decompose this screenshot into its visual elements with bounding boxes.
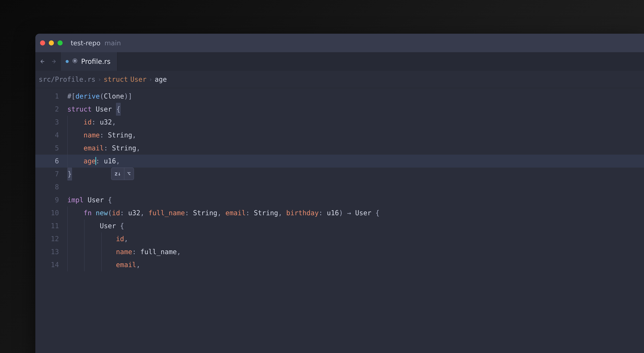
nav-back-button[interactable]	[38, 58, 46, 66]
line-number[interactable]: 11	[35, 219, 67, 232]
edit-prediction-widget[interactable]: z↓⌥	[111, 168, 134, 180]
chevron-right-icon: ›	[149, 76, 152, 83]
branch-name[interactable]: main	[104, 39, 121, 47]
titlebar: test-repo main	[35, 34, 644, 52]
code-content[interactable]: struct User {	[67, 103, 121, 116]
line-number[interactable]: 14	[35, 258, 67, 271]
line-number[interactable]: 13	[35, 245, 67, 258]
breadcrumb[interactable]: src/Profile.rs › struct User › age	[35, 71, 644, 88]
line-number[interactable]: 2	[35, 103, 67, 116]
code-content[interactable]: #[derive(Clone)]	[67, 90, 132, 103]
code-line[interactable]: 5 email: String,	[35, 142, 644, 155]
line-number[interactable]: 8	[35, 181, 67, 193]
rust-file-icon	[72, 58, 78, 65]
line-number[interactable]: 12	[35, 232, 67, 245]
code-content[interactable]: User {	[67, 219, 124, 232]
editor-window: test-repo main Profile.rs src/Profile.rs…	[35, 34, 644, 353]
code-content[interactable]: name: String,	[67, 129, 136, 142]
tab-filename: Profile.rs	[81, 58, 110, 65]
breadcrumb-member: age	[155, 76, 167, 83]
code-line[interactable]: 8	[35, 181, 644, 193]
line-number[interactable]: 5	[35, 142, 67, 155]
code-line[interactable]: 11 User {	[35, 219, 644, 232]
code-line[interactable]: 2struct User {	[35, 103, 644, 116]
code-line[interactable]: 3 id: u32,	[35, 116, 644, 129]
code-content[interactable]: age: u16,	[67, 155, 120, 168]
breadcrumb-struct-name: User	[130, 76, 146, 83]
code-content[interactable]: name: full_name,	[67, 245, 181, 258]
nav-buttons	[35, 52, 61, 71]
code-line[interactable]: 6 age: u16,	[35, 155, 644, 168]
breadcrumb-path: src/Profile.rs	[39, 76, 96, 83]
code-content[interactable]: fn new(id: u32, full_name: String, email…	[67, 206, 380, 219]
file-tab[interactable]: Profile.rs	[61, 52, 118, 71]
maximize-window-button[interactable]	[58, 41, 62, 46]
line-number[interactable]: 4	[35, 129, 67, 142]
code-line[interactable]: 13 name: full_name,	[35, 245, 644, 258]
code-line[interactable]: 9impl User {	[35, 193, 644, 206]
line-number[interactable]: 9	[35, 193, 67, 206]
code-content[interactable]: }z↓⌥	[67, 168, 72, 181]
code-editor[interactable]: 1#[derive(Clone)]2struct User {3 id: u32…	[35, 88, 644, 271]
traffic-lights	[40, 41, 62, 46]
svg-point-2	[74, 60, 76, 62]
code-content[interactable]: id,	[67, 232, 128, 245]
line-number[interactable]: 6	[35, 155, 67, 168]
line-number[interactable]: 7	[35, 168, 67, 181]
repo-name[interactable]: test-repo	[71, 39, 100, 47]
code-content[interactable]: email,	[67, 258, 140, 271]
close-window-button[interactable]	[40, 41, 45, 46]
code-line[interactable]: 1#[derive(Clone)]	[35, 90, 644, 103]
code-line[interactable]: 12 id,	[35, 232, 644, 245]
code-line[interactable]: 7}z↓⌥	[35, 168, 644, 181]
line-number[interactable]: 3	[35, 116, 67, 129]
line-number[interactable]: 1	[35, 90, 67, 103]
z-jump-hint[interactable]: z↓	[112, 168, 124, 180]
code-line[interactable]: 4 name: String,	[35, 129, 644, 142]
code-line[interactable]: 14 email,	[35, 258, 644, 271]
code-content[interactable]: id: u32,	[67, 116, 116, 129]
breadcrumb-struct-kw: struct	[104, 76, 128, 83]
modified-dot-icon	[66, 60, 69, 63]
nav-forward-button[interactable]	[50, 58, 58, 66]
minimize-window-button[interactable]	[49, 41, 54, 46]
chevron-right-icon: ›	[98, 76, 101, 83]
code-content[interactable]: email: String,	[67, 142, 140, 155]
option-key-hint[interactable]: ⌥	[124, 168, 134, 180]
tab-bar: Profile.rs	[35, 52, 644, 71]
code-content[interactable]: impl User {	[67, 193, 112, 206]
code-line[interactable]: 10 fn new(id: u32, full_name: String, em…	[35, 206, 644, 219]
line-number[interactable]: 10	[35, 206, 67, 219]
